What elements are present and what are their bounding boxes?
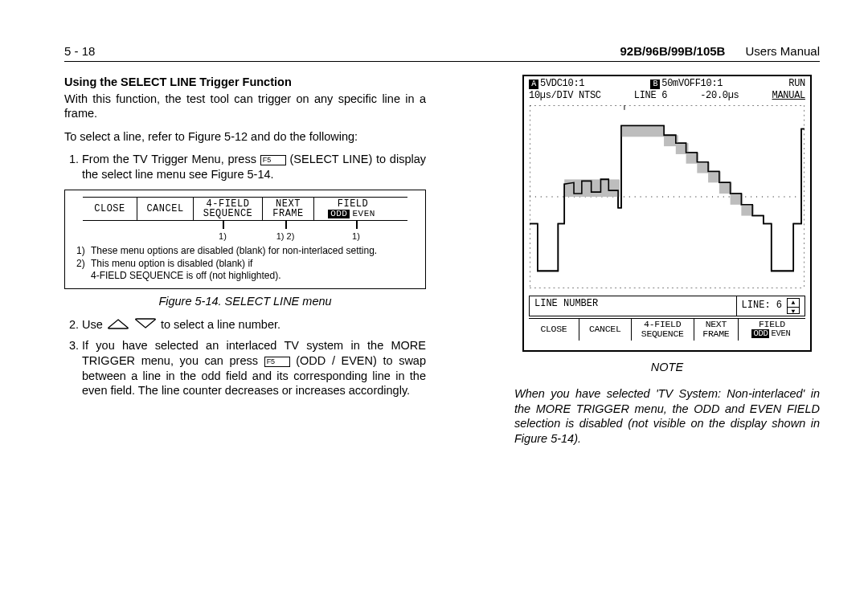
down-arrow-icon [133, 318, 158, 329]
softkey-close[interactable]: CLOSE [529, 319, 579, 341]
menu-field-odd-even: FIELD ODDEVEN [314, 198, 391, 220]
channel-a-icon: A [529, 80, 538, 89]
figure-notes: 1) These menu options are disabled (blan… [76, 245, 414, 282]
figure-5-14-caption: Figure 5-14. SELECT LINE menu [64, 294, 426, 309]
spinner-down-icon: ▼ [788, 308, 799, 316]
f5-key-icon: F5 [260, 155, 286, 165]
note-label: NOTE [514, 360, 820, 375]
scope-waveform-area [529, 104, 805, 292]
note-body: When you have selected 'TV System: Non-i… [514, 386, 820, 446]
softkey-4field[interactable]: 4-FIELD SEQUENCE [632, 319, 694, 341]
line-number-label: LINE NUMBER [530, 296, 736, 316]
model-number: 92B/96B/99B/105B [620, 44, 726, 58]
menu-close: CLOSE [83, 198, 137, 220]
menu-4field: 4-FIELD SEQUENCE [194, 198, 263, 220]
channel-b-icon: B [650, 80, 660, 89]
manual-page: 5 - 18 92B/96B/99B/105B Users Manual Usi… [0, 0, 868, 612]
scope-header-line1: A5VDC10:1 B50mVOFF10:1 RUN [524, 76, 810, 90]
softkey-cancel[interactable]: CANCEL [579, 319, 632, 341]
procedure-list-cont: Use to select a line number. If you have… [64, 317, 426, 398]
right-column: A5VDC10:1 B50mVOFF10:1 RUN 10µs/DIV NTSC… [514, 75, 820, 458]
menu-cancel: CANCEL [137, 198, 194, 220]
step-3: If you have selected an interlaced TV sy… [82, 338, 426, 398]
spinner-up-icon: ▲ [788, 299, 799, 308]
line-number-readout: LINE NUMBER LINE: 6 ▲ ▼ [529, 296, 805, 316]
svg-rect-15 [564, 179, 620, 197]
intro2-paragraph: To select a line, refer to Figure 5-12 a… [64, 129, 426, 145]
two-column-layout: Using the SELECT LINE Trigger Function W… [64, 75, 820, 458]
line-number-value-box: LINE: 6 ▲ ▼ [736, 296, 805, 316]
scope-softkey-menu: CLOSE CANCEL 4-FIELD SEQUENCE NEXT FRAME… [529, 318, 805, 341]
menu-next-frame: NEXT FRAME [263, 198, 314, 220]
f5-key-icon: F5 [264, 357, 290, 367]
softkey-field-odd-even[interactable]: FIELD ODDEVEN [739, 319, 805, 341]
figure-5-14-box: CLOSE CANCEL 4-FIELD SEQUENCE NEXT FRAME… [64, 190, 426, 289]
page-header: 5 - 18 92B/96B/99B/105B Users Manual [64, 44, 820, 62]
manual-label: Users Manual [745, 44, 820, 58]
left-column: Using the SELECT LINE Trigger Function W… [64, 75, 426, 458]
procedure-list: From the TV Trigger Menu, press F5 (SELE… [64, 152, 426, 182]
scope-header-line2: 10µs/DIV NTSC LINE 6 -20.0µs MANUAL [524, 90, 810, 104]
header-right: 92B/96B/99B/105B Users Manual [620, 44, 820, 58]
line-number-spinner[interactable]: ▲ ▼ [787, 298, 800, 314]
run-status: RUN [788, 78, 805, 90]
svg-rect-6 [621, 125, 664, 137]
figure-callout-ticks: 1) 1) 2) 1) [83, 221, 407, 245]
step-2: Use to select a line number. [82, 317, 426, 333]
intro-paragraph: With this function, the test tool can tr… [64, 92, 426, 121]
softkey-next-frame[interactable]: NEXT FRAME [694, 319, 739, 341]
select-line-menu-diagram: CLOSE CANCEL 4-FIELD SEQUENCE NEXT FRAME… [83, 197, 407, 221]
section-title: Using the SELECT LINE Trigger Function [64, 75, 426, 90]
step-1: From the TV Trigger Menu, press F5 (SELE… [82, 152, 426, 182]
oscilloscope-screenshot: A5VDC10:1 B50mVOFF10:1 RUN 10µs/DIV NTSC… [522, 75, 812, 352]
page-number: 5 - 18 [64, 44, 95, 58]
up-arrow-icon [106, 318, 130, 329]
